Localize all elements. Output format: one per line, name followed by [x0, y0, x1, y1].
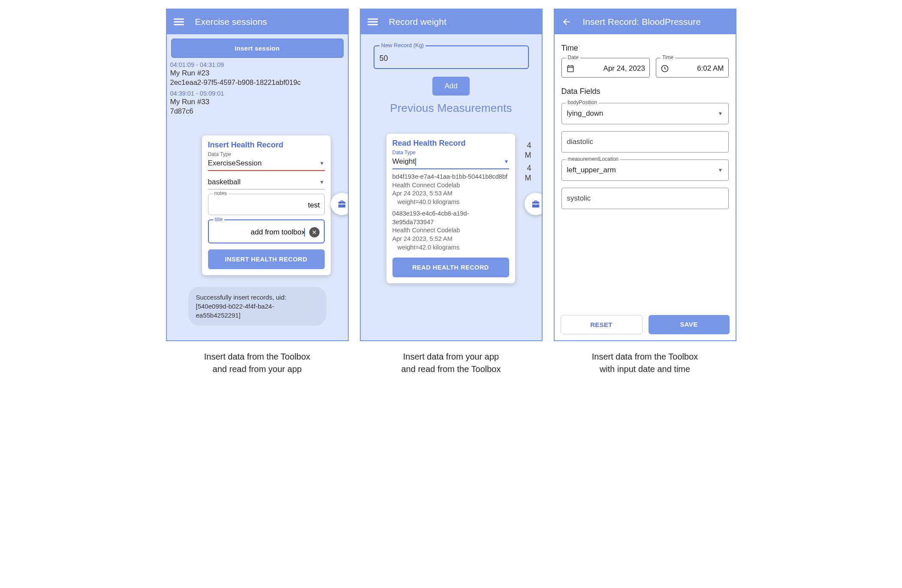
- calendar-icon: [566, 64, 575, 73]
- field-legend: title: [213, 216, 225, 222]
- section-header: Time: [561, 44, 729, 53]
- appbar: Record weight: [361, 9, 542, 34]
- svg-rect-0: [174, 18, 184, 20]
- weight-record-item: bd4f193e-e7a4-41aa-b1bb-50441b8cd8bf Hea…: [392, 173, 509, 206]
- date-picker[interactable]: Date Apr 24, 2023: [561, 58, 650, 78]
- insert-health-record-card: Insert Health Record Data Type ExerciseS…: [202, 135, 331, 275]
- phone-insert-bloodpressure: Insert Record: BloodPressure Time Date A…: [554, 9, 736, 341]
- card-title: Read Health Record: [392, 139, 509, 148]
- data-type-select[interactable]: Weight ▼: [392, 156, 509, 169]
- title-field[interactable]: title ✕: [208, 219, 325, 243]
- session-entry[interactable]: 04:39:01 - 05:09:01 My Run #33 7d87c6: [170, 90, 344, 115]
- new-record-value: 50: [380, 54, 388, 63]
- appbar: Exercise sessions: [167, 9, 348, 34]
- svg-rect-2: [174, 24, 184, 25]
- notes-field[interactable]: notes: [208, 194, 325, 215]
- time-picker[interactable]: Time 6:02 AM: [656, 58, 729, 78]
- clock-icon: [661, 64, 669, 73]
- svg-rect-1: [174, 21, 184, 23]
- menu-icon[interactable]: [368, 17, 378, 27]
- appbar-title: Record weight: [389, 17, 446, 27]
- notes-input[interactable]: [213, 201, 320, 210]
- field-legend: Date: [566, 54, 580, 60]
- new-record-field[interactable]: New Record (Kg) 50: [374, 45, 529, 69]
- chevron-down-icon: ▼: [320, 160, 325, 166]
- toolbox-fab[interactable]: [525, 193, 542, 215]
- insert-session-button[interactable]: Insert session: [171, 39, 344, 58]
- measurement-location-select[interactable]: measurementLocation left_upper_arm ▼: [561, 159, 729, 181]
- briefcase-icon: [531, 199, 540, 209]
- field-legend: notes: [213, 190, 229, 196]
- select-value: basketball: [208, 178, 241, 186]
- field-placeholder: diastolic: [567, 138, 593, 146]
- session-uuid: 7d87c6: [170, 107, 344, 115]
- time-value: 6:02 AM: [673, 64, 724, 73]
- date-value: Apr 24, 2023: [579, 64, 645, 73]
- previous-measurements-header: Previous Measurements: [374, 102, 529, 115]
- session-name: My Run #23: [170, 69, 344, 78]
- save-button[interactable]: SAVE: [649, 315, 730, 334]
- read-health-record-card: Read Health Record Data Type Weight ▼ bd…: [386, 134, 515, 283]
- systolic-field[interactable]: systolic: [561, 188, 729, 209]
- phone-record-weight: Record weight New Record (Kg) 50 Add Pre…: [360, 9, 543, 341]
- back-arrow-icon[interactable]: [561, 17, 572, 27]
- clear-icon[interactable]: ✕: [309, 227, 320, 237]
- select-value: left_upper_arm: [567, 166, 616, 174]
- toast-line: Successfully insert records, uid:: [196, 293, 319, 302]
- briefcase-icon: [337, 199, 347, 209]
- select-value: Weight: [392, 157, 416, 166]
- reset-button[interactable]: RESET: [561, 315, 643, 334]
- menu-icon[interactable]: [174, 17, 184, 27]
- svg-rect-5: [368, 24, 378, 25]
- figure-caption: Insert data from the Toolbox with input …: [592, 351, 698, 375]
- title-input[interactable]: [213, 228, 305, 237]
- partial-measurement-text: 4 M 4 M: [525, 141, 531, 183]
- session-timestamp: 04:01:09 - 04:31:09: [170, 61, 344, 68]
- body-position-select[interactable]: bodyPosition lying_down ▼: [561, 103, 729, 124]
- field-legend: measurementLocation: [566, 156, 621, 162]
- weight-record-item: 0483e193-e4c6-4cb8-a19d-3e95da733947 Hea…: [392, 210, 509, 252]
- chevron-down-icon: ▼: [504, 159, 509, 165]
- read-health-record-button[interactable]: READ HEALTH RECORD: [392, 258, 509, 277]
- field-label: Data Type: [392, 150, 509, 156]
- toast-line: [540e099d-b022-4f4f-ba24-ea55b4252291]: [196, 302, 319, 320]
- field-legend: Time: [661, 54, 675, 60]
- card-title: Insert Health Record: [208, 141, 325, 150]
- appbar-title: Insert Record: BloodPressure: [583, 17, 701, 27]
- session-timestamp: 04:39:01 - 05:09:01: [170, 90, 344, 97]
- text-cursor: [304, 228, 305, 237]
- field-legend: bodyPosition: [566, 99, 599, 105]
- select-value: ExerciseSession: [208, 159, 262, 168]
- svg-rect-3: [368, 18, 378, 20]
- field-legend: New Record (Kg): [380, 42, 426, 48]
- appbar-title: Exercise sessions: [195, 17, 267, 27]
- diastolic-field[interactable]: diastolic: [561, 131, 729, 153]
- figure-caption: Insert data from your app and read from …: [401, 351, 501, 375]
- toast-message: Successfully insert records, uid: [540e0…: [188, 287, 326, 326]
- session-uuid: 2ec1eaa2-97f5-4597-b908-18221abf019c: [170, 78, 344, 87]
- appbar: Insert Record: BloodPressure: [555, 9, 736, 34]
- svg-rect-4: [368, 21, 378, 23]
- field-label: Data Type: [208, 151, 325, 157]
- chevron-down-icon: ▼: [718, 167, 723, 173]
- figure-caption: Insert data from the Toolbox and read fr…: [204, 351, 311, 375]
- insert-health-record-button[interactable]: INSERT HEALTH RECORD: [208, 249, 325, 269]
- toolbox-fab[interactable]: [331, 193, 348, 215]
- select-value: lying_down: [567, 109, 603, 118]
- field-placeholder: systolic: [567, 194, 591, 203]
- session-entry[interactable]: 04:01:09 - 04:31:09 My Run #23 2ec1eaa2-…: [170, 61, 344, 87]
- phone-exercise-sessions: Exercise sessions Insert session 04:01:0…: [166, 9, 349, 341]
- exercise-type-select[interactable]: basketball ▼: [208, 176, 325, 189]
- data-type-select[interactable]: ExerciseSession ▼: [208, 157, 325, 171]
- chevron-down-icon: ▼: [718, 111, 723, 117]
- chevron-down-icon: ▼: [320, 179, 325, 185]
- section-header: Data Fields: [561, 87, 729, 96]
- add-button[interactable]: Add: [432, 77, 469, 96]
- session-name: My Run #33: [170, 98, 344, 106]
